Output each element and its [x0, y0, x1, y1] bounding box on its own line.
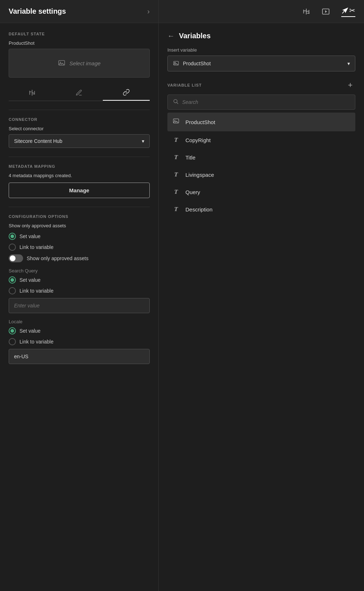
variable-name: Title [185, 154, 196, 161]
connector-divider [9, 110, 150, 110]
locale-link-variable-label: Link to variable [19, 339, 53, 345]
variable-dropdown-chevron: ▾ [347, 61, 350, 66]
variable-item[interactable]: TLivingspace [167, 166, 355, 183]
variables-title: Variables [179, 32, 211, 40]
variable-dropdown-inner: ProductShot [173, 60, 211, 67]
approved-toggle-label: Show only approved assets [27, 255, 88, 261]
left-panel-tabs [9, 85, 150, 101]
approved-set-value-label: Set value [19, 233, 40, 239]
tools-tab-icon[interactable]: ✂ [341, 6, 355, 17]
tab-link[interactable] [103, 85, 150, 101]
svg-point-22 [174, 120, 175, 121]
search-query-label: Search Query [9, 268, 150, 273]
media-tab-icon[interactable] [322, 8, 330, 16]
svg-rect-3 [306, 11, 308, 12]
svg-rect-5 [307, 13, 310, 13]
back-button[interactable]: ← [167, 32, 175, 40]
variable-list-label: VARIABLE LIST [167, 83, 202, 87]
metadata-divider [9, 157, 150, 157]
default-state-label: DEFAULT STATE [9, 32, 150, 36]
locale-label: Locale [9, 319, 150, 324]
approved-toggle[interactable] [9, 254, 23, 262]
variable-item[interactable]: ProductShot [167, 113, 355, 131]
select-image-button[interactable]: Select image [9, 49, 150, 78]
variable-item[interactable]: TCopyRight [167, 131, 355, 149]
tab-sliders[interactable] [9, 85, 56, 101]
search-box [167, 95, 355, 110]
top-header: Variable settings › [0, 0, 364, 23]
svg-point-18 [175, 62, 175, 63]
config-section: CONFIGURATION OPTIONS Show only approved… [9, 214, 150, 364]
add-variable-button[interactable]: + [345, 80, 355, 90]
connector-dropdown[interactable]: Sitecore Content Hub ▾ [9, 134, 150, 148]
variable-item[interactable]: TQuery [167, 183, 355, 201]
variable-name: Query [185, 189, 200, 195]
variables-header: ← Variables [167, 32, 355, 40]
locale-set-value-radio[interactable] [9, 327, 16, 334]
variable-item[interactable]: TTitle [167, 149, 355, 166]
variable-list: ProductShotTCopyRightTTitleTLivingspaceT… [167, 113, 355, 218]
locale-value[interactable]: en-US [9, 349, 150, 364]
search-set-value-row: Set value [9, 276, 150, 284]
variable-name: ProductShot [185, 119, 215, 125]
svg-rect-12 [30, 92, 32, 92]
search-set-value-radio[interactable] [9, 276, 16, 284]
svg-point-10 [60, 62, 61, 63]
select-image-text: Select image [69, 60, 101, 66]
text-type-icon: T [172, 136, 180, 144]
search-input[interactable] [182, 99, 350, 105]
connector-value: Sitecore Content Hub [14, 138, 62, 144]
right-panel: ← Variables Insert variable ProductShot … [159, 23, 364, 591]
selected-variable-text: ProductShot [183, 61, 211, 66]
locale-set-value-row: Set value [9, 327, 150, 334]
svg-rect-14 [32, 92, 34, 93]
main-content: DEFAULT STATE ProductShot Select image [0, 23, 364, 591]
text-type-icon: T [172, 154, 180, 161]
svg-marker-7 [325, 10, 327, 13]
config-label: CONFIGURATION OPTIONS [9, 214, 150, 219]
variable-name: Livingspace [185, 172, 214, 178]
svg-rect-0 [303, 9, 304, 13]
approved-link-variable-radio[interactable] [9, 244, 16, 251]
locale-link-variable-radio[interactable] [9, 338, 16, 345]
variable-item[interactable]: TDescription [167, 201, 355, 218]
svg-rect-16 [33, 94, 35, 95]
select-connector-label: Select connector [9, 126, 150, 131]
approved-set-value-row: Set value [9, 233, 150, 240]
search-link-variable-label: Link to variable [19, 288, 53, 294]
svg-point-19 [174, 100, 177, 103]
right-panel-header: ✂ [159, 0, 364, 23]
left-panel-header: Variable settings › [0, 0, 159, 23]
insert-variable-dropdown[interactable]: ProductShot ▾ [167, 56, 355, 71]
svg-rect-11 [30, 91, 30, 95]
search-query-input[interactable] [9, 298, 150, 313]
svg-line-20 [177, 102, 178, 104]
approved-toggle-row: Show only approved assets [9, 254, 150, 262]
connector-chevron-icon: ▾ [142, 138, 144, 144]
tab-pen[interactable] [56, 85, 102, 101]
text-type-icon: T [172, 206, 180, 213]
page-title: Variable settings [9, 7, 66, 16]
locale-set-value-label: Set value [19, 328, 40, 334]
image-type-icon [172, 118, 180, 126]
svg-line-8 [342, 10, 345, 13]
search-link-variable-row: Link to variable [9, 287, 150, 294]
search-link-variable-radio[interactable] [9, 287, 16, 294]
connector-label: CONNECTOR [9, 117, 150, 122]
productshot-field-label: ProductShot [9, 40, 150, 46]
text-type-icon: T [172, 188, 180, 196]
text-type-icon: T [172, 171, 180, 178]
approved-link-variable-label: Link to variable [19, 244, 53, 250]
config-divider [9, 207, 150, 207]
chevron-right-icon: › [147, 7, 150, 16]
manage-button[interactable]: Manage [9, 183, 150, 198]
connector-section: CONNECTOR Select connector Sitecore Cont… [9, 117, 150, 148]
approved-link-variable-row: Link to variable [9, 244, 150, 251]
variable-name: Description [185, 206, 212, 213]
locale-link-variable-row: Link to variable [9, 338, 150, 345]
left-panel: DEFAULT STATE ProductShot Select image [0, 23, 159, 591]
metadata-description: 4 metadata mappings created. [9, 173, 150, 178]
svg-rect-1 [303, 10, 306, 11]
sliders-tab-icon[interactable] [302, 8, 310, 16]
approved-set-value-radio[interactable] [9, 233, 16, 240]
